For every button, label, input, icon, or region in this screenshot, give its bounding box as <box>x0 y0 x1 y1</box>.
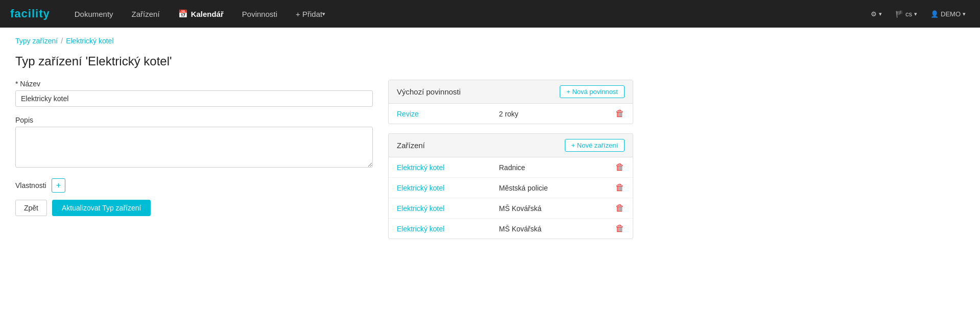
zarizeni-delete-3[interactable]: 🗑 <box>615 223 625 234</box>
zarizeni-link-0[interactable]: Elektrický kotel <box>397 163 499 172</box>
name-field-group: * Název <box>15 80 373 107</box>
zarizeni-location-1: Městská policie <box>499 184 610 192</box>
user-icon: 👤 <box>930 10 939 18</box>
povinnost-link-0[interactable]: Revize <box>397 110 499 118</box>
zarizeni-row-1: Elektrický kotel Městská policie 🗑 <box>389 178 633 198</box>
back-button[interactable]: Zpět <box>15 200 47 216</box>
add-zarizeni-button[interactable]: + Nové zařízení <box>565 139 625 152</box>
zarizeni-row-3: Elektrický kotel MŠ Kovářská 🗑 <box>389 219 633 239</box>
povinnosti-panel-header: Výchozí povinnosti + Nová povinnost <box>389 80 633 104</box>
zarizeni-link-1[interactable]: Elektrický kotel <box>397 184 499 192</box>
user-menu[interactable]: 👤 DEMO <box>926 10 970 18</box>
brand-text: facility <box>10 7 50 20</box>
zarizeni-link-2[interactable]: Elektrický kotel <box>397 204 499 213</box>
nav-zarizeni[interactable]: Zařízení <box>123 0 169 28</box>
breadcrumb: Typy zařízení / Elektrický kotel <box>15 37 965 45</box>
settings-menu[interactable]: ⚙ <box>867 10 886 18</box>
vlastnosti-section: Vlastnosti + <box>15 178 373 193</box>
zarizeni-row-2: Elektrický kotel MŠ Kovářská 🗑 <box>389 198 633 219</box>
add-povinnost-button[interactable]: + Nová povinnost <box>560 85 625 98</box>
brand-logo[interactable]: facility <box>10 7 50 20</box>
vlastnosti-label: Vlastnosti <box>15 181 46 190</box>
povinnost-delete-0[interactable]: 🗑 <box>615 108 625 119</box>
desc-field-group: Popis <box>15 116 373 169</box>
povinnost-row-0: Revize 2 roky 🗑 <box>389 104 633 124</box>
zarizeni-link-3[interactable]: Elektrický kotel <box>397 225 499 233</box>
language-menu[interactable]: 🏴 cs <box>891 10 921 18</box>
gear-icon: ⚙ <box>871 10 877 18</box>
nav-right: ⚙ 🏴 cs 👤 DEMO <box>867 10 970 18</box>
navbar: facility Dokumenty Zařízení 📅 Kalendář P… <box>0 0 980 28</box>
nav-dokumenty[interactable]: Dokumenty <box>65 0 123 28</box>
nav-povinnosti[interactable]: Povinnosti <box>233 0 286 28</box>
nav-pridat[interactable]: + Přidat <box>286 0 334 28</box>
povinnost-value-0: 2 roky <box>499 110 610 118</box>
desc-label: Popis <box>15 116 373 124</box>
name-input[interactable] <box>15 90 373 107</box>
nav-kalendar[interactable]: 📅 Kalendář <box>169 0 233 28</box>
left-column: * Název Popis Vlastnosti + Zpět Aktualiz… <box>15 80 373 216</box>
name-label: * Název <box>15 80 373 88</box>
two-col-layout: * Název Popis Vlastnosti + Zpět Aktualiz… <box>15 80 965 248</box>
main-content: Typy zařízení / Elektrický kotel Typ zař… <box>0 28 980 257</box>
zarizeni-panel-title: Zařízení <box>397 141 425 150</box>
zarizeni-panel-header: Zařízení + Nové zařízení <box>389 134 633 157</box>
calendar-icon: 📅 <box>178 9 188 18</box>
nav-links: Dokumenty Zařízení 📅 Kalendář Povinnosti… <box>65 0 867 28</box>
flag-icon: 🏴 <box>895 10 903 18</box>
zarizeni-delete-0[interactable]: 🗑 <box>615 162 625 173</box>
breadcrumb-separator: / <box>61 37 63 45</box>
right-column: Výchozí povinnosti + Nová povinnost Revi… <box>388 80 633 248</box>
zarizeni-row-0: Elektrický kotel Radnice 🗑 <box>389 157 633 178</box>
action-buttons: Zpět Aktualizovat Typ zařízení <box>15 200 373 216</box>
povinnosti-panel-title: Výchozí povinnosti <box>397 87 461 96</box>
povinnosti-panel: Výchozí povinnosti + Nová povinnost Revi… <box>388 80 633 124</box>
page-title: Typ zařízení 'Elektrický kotel' <box>15 54 965 68</box>
zarizeni-location-0: Radnice <box>499 163 610 172</box>
update-button[interactable]: Aktualizovat Typ zařízení <box>52 200 151 216</box>
add-property-button[interactable]: + <box>52 178 65 193</box>
zarizeni-location-3: MŠ Kovářská <box>499 225 610 233</box>
breadcrumb-current: Elektrický kotel <box>66 37 113 45</box>
desc-input[interactable] <box>15 127 373 168</box>
zarizeni-panel: Zařízení + Nové zařízení Elektrický kote… <box>388 133 633 239</box>
breadcrumb-parent[interactable]: Typy zařízení <box>15 37 58 45</box>
zarizeni-delete-2[interactable]: 🗑 <box>615 203 625 214</box>
zarizeni-delete-1[interactable]: 🗑 <box>615 182 625 193</box>
zarizeni-location-2: MŠ Kovářská <box>499 204 610 213</box>
